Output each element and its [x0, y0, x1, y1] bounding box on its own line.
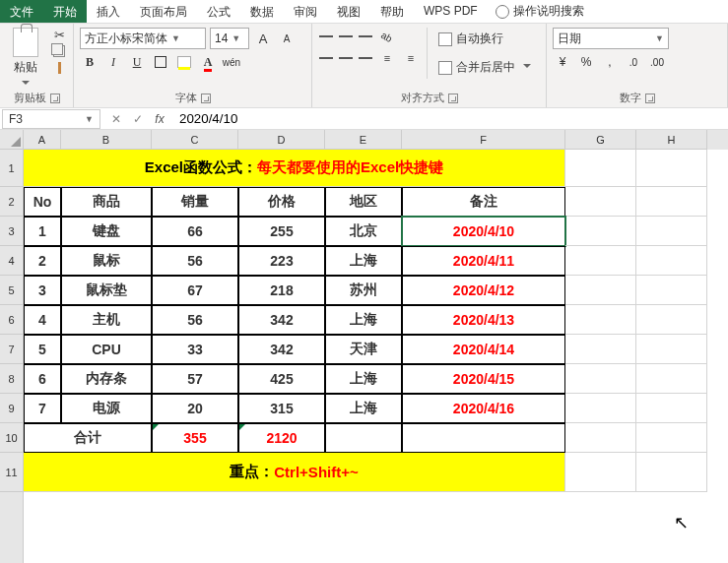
tab-view[interactable]: 视图 [327, 0, 370, 23]
row-header[interactable]: 5 [0, 276, 23, 305]
row-header[interactable]: 11 [0, 453, 23, 492]
cut-button[interactable]: ✂ [51, 28, 67, 41]
orientation-button[interactable]: ab [377, 28, 397, 45]
row-header[interactable]: 3 [0, 217, 23, 246]
cell-price[interactable]: 342 [238, 305, 325, 335]
decrease-decimal-button[interactable]: .00 [647, 53, 667, 71]
merge-center-button[interactable]: 合并后居中 [433, 56, 536, 79]
border-button[interactable] [151, 53, 170, 71]
row-header[interactable]: 4 [0, 246, 23, 276]
header-sales[interactable]: 销量 [152, 187, 238, 217]
tab-formulas[interactable]: 公式 [197, 0, 240, 23]
cell-region[interactable]: 北京 [325, 217, 402, 246]
align-top-button[interactable] [318, 30, 334, 43]
cell[interactable] [565, 305, 636, 335]
cancel-formula-button[interactable]: ✕ [106, 112, 126, 126]
cell[interactable] [565, 187, 636, 217]
cell-sales[interactable]: 56 [152, 305, 238, 335]
cell[interactable] [636, 394, 707, 423]
align-bottom-button[interactable] [358, 30, 373, 43]
italic-button[interactable]: I [103, 53, 123, 71]
col-header[interactable]: F [402, 130, 565, 150]
cell-region[interactable]: 上海 [325, 364, 402, 394]
cell-region[interactable]: 上海 [325, 394, 402, 423]
wrap-text-button[interactable]: 自动换行 [433, 28, 536, 50]
cell[interactable] [325, 423, 402, 453]
cell-price[interactable]: 255 [238, 217, 325, 246]
align-center-button[interactable] [338, 51, 354, 65]
accept-formula-button[interactable]: ✓ [128, 112, 148, 126]
font-color-button[interactable]: A [198, 53, 218, 71]
cell[interactable] [636, 453, 707, 492]
increase-decimal-button[interactable]: .0 [624, 53, 643, 71]
cell-no[interactable]: 5 [24, 335, 61, 364]
col-header[interactable]: C [152, 130, 238, 150]
cell-product[interactable]: 键盘 [61, 217, 152, 246]
select-all-corner[interactable] [0, 130, 23, 150]
decrease-indent-button[interactable]: ≡ [377, 49, 397, 67]
paste-button[interactable]: 粘贴 [6, 28, 45, 89]
shrink-font-button[interactable]: A [277, 30, 297, 47]
cell-note[interactable]: 2020/4/15 [402, 364, 565, 394]
cell-product[interactable]: 电源 [61, 394, 152, 423]
header-no[interactable]: No [24, 187, 61, 217]
cell-no[interactable]: 6 [24, 364, 61, 394]
number-format-combo[interactable]: 日期▼ [553, 28, 669, 49]
cell-no[interactable]: 2 [24, 246, 61, 276]
cell[interactable] [565, 276, 636, 305]
cell[interactable] [636, 335, 707, 364]
cell-sales[interactable]: 33 [152, 335, 238, 364]
cell-no[interactable]: 7 [24, 394, 61, 423]
tab-file[interactable]: 文件 [0, 0, 43, 23]
totals-sales[interactable]: 355 [152, 423, 238, 453]
cell[interactable] [565, 453, 636, 492]
fx-button[interactable]: fx [150, 112, 169, 126]
phonetic-button[interactable]: wén [222, 53, 241, 71]
row-header[interactable]: 8 [0, 364, 23, 394]
cell[interactable] [636, 276, 707, 305]
cell-note[interactable]: 2020/4/16 [402, 394, 565, 423]
cell-region[interactable]: 苏州 [325, 276, 402, 305]
row-header[interactable]: 9 [0, 394, 23, 423]
cell-product[interactable]: 鼠标垫 [61, 276, 152, 305]
footer-cell[interactable]: 重点：Ctrl+Shift+~ [24, 453, 565, 492]
col-header[interactable]: D [238, 130, 325, 150]
cell-region[interactable]: 上海 [325, 246, 402, 276]
header-price[interactable]: 价格 [238, 187, 325, 217]
percent-button[interactable]: % [576, 53, 596, 71]
cell-note[interactable]: 2020/4/12 [402, 276, 565, 305]
col-header[interactable]: B [61, 130, 152, 150]
cell-product[interactable]: 鼠标 [61, 246, 152, 276]
align-middle-button[interactable] [338, 30, 354, 43]
fill-color-button[interactable] [174, 53, 194, 71]
cell[interactable] [565, 335, 636, 364]
cell-product[interactable]: CPU [61, 335, 152, 364]
name-box[interactable]: F3▼ [2, 109, 100, 129]
cell-region[interactable]: 天津 [325, 335, 402, 364]
cell[interactable] [565, 364, 636, 394]
font-name-combo[interactable]: 方正小标宋简体▼ [80, 28, 206, 49]
accounting-format-button[interactable]: ¥ [553, 53, 572, 71]
cell-note[interactable]: 2020/4/13 [402, 305, 565, 335]
tab-layout[interactable]: 页面布局 [130, 0, 197, 23]
cell-price[interactable]: 425 [238, 364, 325, 394]
cell[interactable] [636, 187, 707, 217]
row-header[interactable]: 7 [0, 335, 23, 364]
cell-price[interactable]: 315 [238, 394, 325, 423]
cell-product[interactable]: 主机 [61, 305, 152, 335]
copy-button[interactable] [51, 44, 67, 58]
format-painter-button[interactable] [51, 61, 67, 75]
cell-price[interactable]: 223 [238, 246, 325, 276]
font-dialog-launcher[interactable] [201, 94, 211, 103]
row-header[interactable]: 2 [0, 187, 23, 217]
cell-sales[interactable]: 66 [152, 217, 238, 246]
cell[interactable] [565, 246, 636, 276]
totals-label[interactable]: 合计 [24, 423, 152, 453]
row-header[interactable]: 10 [0, 423, 23, 453]
col-header[interactable]: E [325, 130, 402, 150]
align-right-button[interactable] [358, 51, 373, 65]
cell-no[interactable]: 1 [24, 217, 61, 246]
cell-no[interactable]: 4 [24, 305, 61, 335]
cell[interactable] [636, 217, 707, 246]
cell-region[interactable]: 上海 [325, 305, 402, 335]
